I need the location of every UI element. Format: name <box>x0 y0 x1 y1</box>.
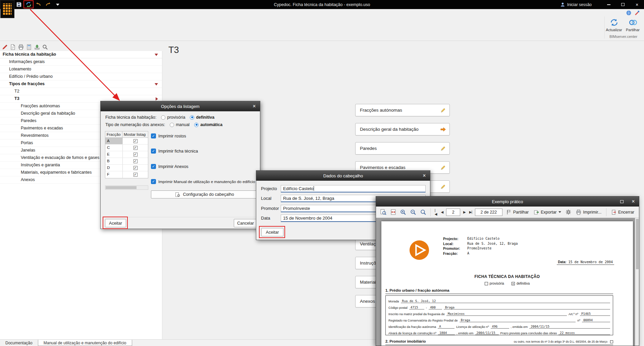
close-button[interactable]: × <box>630 0 644 9</box>
minimize-button[interactable] <box>602 0 616 9</box>
check-imprimir-ficha[interactable]: ✓Imprimir ficha técnica <box>151 149 198 154</box>
partilhar-button[interactable]: Partilhar <box>624 17 642 33</box>
doc-value: 00894 <box>582 318 610 322</box>
actualizar-button[interactable]: Actualizar <box>605 17 623 33</box>
doc-checkbox-row: provisória Xdefinitiva <box>381 282 633 285</box>
header-aceitar-button[interactable]: Aceitar <box>261 228 283 236</box>
radio-provisoria[interactable]: provisória <box>161 115 185 120</box>
check-imprimir-anexos[interactable]: ✓Imprimir Anexos <box>151 164 189 169</box>
table-row[interactable]: C✓ <box>105 145 148 151</box>
options-aceitar-button[interactable]: Aceitar <box>105 219 126 227</box>
options-dialog-close-button[interactable]: × <box>249 102 259 111</box>
zoom-reset-icon[interactable] <box>419 208 427 216</box>
tree-item-edificio-predio-urbano[interactable]: Edifício / Prédio urbano <box>0 73 162 80</box>
tree-item-label: Paredes <box>21 118 37 123</box>
radio-automatica[interactable]: automática <box>194 122 222 127</box>
preview-maximize-button[interactable] <box>617 197 627 206</box>
save-icon[interactable] <box>15 1 22 8</box>
tree-item-loteamento[interactable]: Loteamento <box>0 66 162 73</box>
preview-scrollbar[interactable] <box>635 218 639 346</box>
bimserver-group: Actualizar Partilhar BIMserver.center <box>604 16 642 39</box>
radio-manual[interactable]: manual <box>170 122 190 127</box>
edit-icon[interactable] <box>2 44 8 50</box>
table-row[interactable]: E✓ <box>105 151 148 158</box>
radio-definitiva[interactable]: definitiva <box>190 115 214 120</box>
dropdown-marker-icon[interactable] <box>155 54 158 56</box>
tree-item-tipos-de-fraccoes[interactable]: Tipos de fracções <box>0 80 162 88</box>
row-checkbox[interactable]: ✓ <box>133 159 138 163</box>
row-checkbox[interactable]: ✓ <box>133 146 138 150</box>
main-button-paredes[interactable]: Paredes <box>355 142 450 155</box>
table-row[interactable]: B✓ <box>105 158 148 165</box>
previous-page-icon[interactable]: ◀ <box>440 210 444 214</box>
button-label: Exportar <box>541 210 556 215</box>
tree-item-label: Pavimentos e escadas <box>21 126 63 130</box>
table-row[interactable]: A✓ <box>105 138 148 145</box>
tab-documentacao[interactable]: Documentação <box>0 340 38 346</box>
preview-exportar-button[interactable]: Exportar <box>532 208 562 217</box>
checkbox-checked-icon: ✓ <box>151 133 156 138</box>
scrollbar-thumb[interactable] <box>636 219 639 269</box>
table-hscrollbar[interactable] <box>105 185 148 190</box>
next-page-icon[interactable]: ▶ <box>463 210 466 214</box>
scrollbar-thumb[interactable] <box>106 186 137 189</box>
preview-window: Exemplo prático × |◀ ◀ 2 ▶ <box>376 196 639 346</box>
fit-width-icon[interactable] <box>389 208 397 216</box>
check-imprimir-rostos[interactable]: ✓Imprimir rostos <box>151 133 186 138</box>
print-icon <box>576 210 581 215</box>
main-button-descricao-geral[interactable]: Descrição geral da habitação <box>355 123 450 135</box>
tree-item-informacoes-gerais[interactable]: Informações gerais <box>0 58 162 66</box>
zoom-out-icon[interactable] <box>409 208 417 216</box>
check-imprimir-manual[interactable]: ✓Imprimir Manual de utilização e manuten… <box>151 179 255 184</box>
main-button-fraccoes-autonomas[interactable]: Fracções autónomas <box>355 104 450 116</box>
doc-label: 2. Promotor imobiliário <box>385 339 426 343</box>
settings-gear-icon[interactable] <box>565 208 573 216</box>
button-label: Anexos <box>360 299 375 304</box>
sync-icon[interactable] <box>25 1 32 8</box>
ribbon: Actualizar Partilhar BIMserver.center <box>0 9 644 41</box>
row-checkbox[interactable]: ✓ <box>133 139 138 143</box>
table-row[interactable]: D✓ <box>105 165 148 171</box>
app-logo[interactable] <box>0 0 14 18</box>
application-window: Cypedoc. Ficha técnica da habitação - ex… <box>0 0 644 346</box>
projecto-input[interactable]: Edifício Castelo <box>281 185 426 192</box>
doc-label: , emitido em <box>457 332 474 335</box>
preview-partilhar-button[interactable]: Partilhar <box>505 208 530 217</box>
maximize-button[interactable] <box>616 0 630 9</box>
table-row[interactable]: F✓ <box>105 171 148 178</box>
header-dialog-close-button[interactable]: × <box>419 171 429 180</box>
search-icon[interactable] <box>42 44 48 50</box>
zoom-in-icon[interactable] <box>399 208 407 216</box>
redo-icon[interactable] <box>45 1 51 8</box>
export-icon[interactable] <box>34 44 40 50</box>
globe-icon[interactable] <box>626 10 632 17</box>
page-number-input[interactable]: 2 <box>446 209 460 216</box>
preview-imprimir-button[interactable]: Imprimir... <box>575 208 603 217</box>
preview-close-button[interactable]: × <box>628 197 638 206</box>
dropdown-marker-icon[interactable] <box>155 83 158 85</box>
signin-button[interactable]: Iniciar sessão <box>560 2 592 7</box>
button-label: Fracções autónomas <box>360 108 402 113</box>
new-document-icon[interactable] <box>10 44 16 50</box>
options-cancelar-button[interactable]: Cancelar <box>234 219 257 227</box>
tree-item-t2[interactable]: T2 <box>0 88 162 95</box>
print-icon[interactable] <box>18 44 24 50</box>
row-checkbox[interactable]: ✓ <box>133 173 138 177</box>
tree-item-label: Materiais, equipamentos e fabricantes <box>21 170 92 175</box>
toolbar-dropdown-icon[interactable] <box>54 1 61 8</box>
config-cabecalho-button[interactable]: Configuração do cabeçalho <box>151 190 258 198</box>
tools-icon[interactable] <box>634 10 640 17</box>
row-checkbox[interactable]: ✓ <box>133 166 138 170</box>
undo-icon[interactable] <box>35 1 42 8</box>
last-page-icon[interactable]: ▶| <box>469 210 473 214</box>
first-page-icon[interactable]: |◀ <box>434 209 438 216</box>
zoom-window-icon[interactable] <box>379 208 387 216</box>
report-icon[interactable] <box>26 44 32 50</box>
preview-encerrar-button[interactable]: Encerrar <box>610 208 636 217</box>
tree-item-label: Ventilação e evacuação de fumos e gases <box>21 155 99 160</box>
tree-header[interactable]: Ficha técnica da habitação <box>0 51 162 58</box>
doc-value: Edifício Castelo <box>467 237 499 242</box>
tab-manual[interactable]: Manual de utilização e manutenção do edi… <box>38 340 132 346</box>
row-checkbox[interactable]: ✓ <box>133 153 138 157</box>
promotor-label: Promotor <box>261 205 279 212</box>
